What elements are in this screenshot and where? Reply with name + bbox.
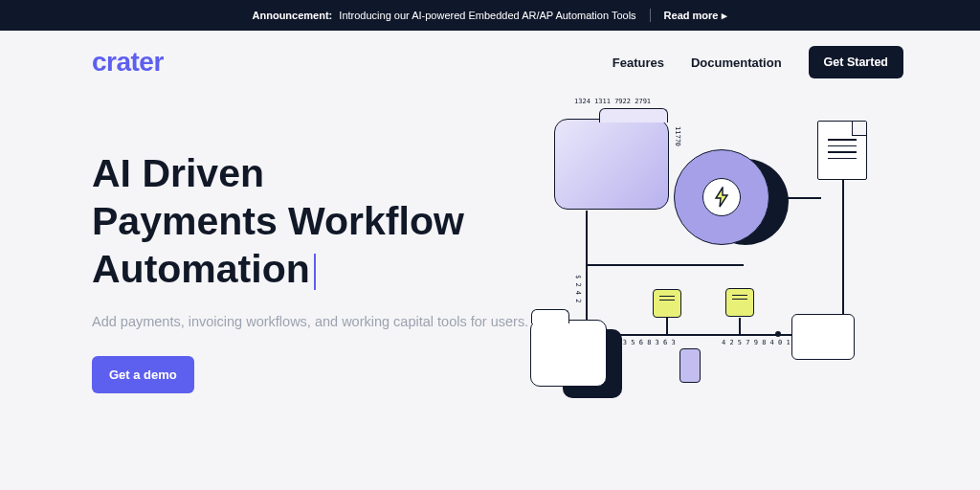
- connector-dot: [775, 331, 781, 337]
- chevron-right-icon: ▸: [722, 10, 727, 22]
- hero-left: AI Driven Payments Workflow Automation A…: [92, 149, 540, 446]
- mobile-icon: [679, 348, 701, 383]
- announcement-bar: Announcement: Introducing our AI-powered…: [0, 0, 980, 31]
- card-icon: [791, 314, 855, 360]
- lightning-icon: [702, 178, 741, 216]
- hero-subtitle: Add payments, invoicing workflows, and w…: [92, 314, 540, 329]
- folder-icon: [554, 119, 669, 210]
- announcement-label: Announcement:: [253, 10, 333, 21]
- navbar: crater Features Documentation Get Starte…: [0, 31, 980, 78]
- connector-line: [586, 264, 744, 266]
- get-started-button[interactable]: Get Started: [809, 46, 903, 78]
- note-icon: [725, 288, 754, 317]
- read-more-link[interactable]: Read more ▸: [664, 10, 728, 22]
- processor-circle-icon: [674, 149, 769, 245]
- decor-numbers: 1324 1311 7922 2791: [574, 98, 651, 105]
- announcement-text: Announcement: Introducing our AI-powered…: [253, 10, 636, 21]
- document-icon: [817, 121, 867, 180]
- logo[interactable]: crater: [92, 47, 164, 78]
- hero-section: AI Driven Payments Workflow Automation A…: [0, 78, 980, 446]
- connector-line: [666, 318, 668, 334]
- hero-illustration: 1324 1311 7922 2791 11770 $ 2 4 2 1 4 3 …: [540, 101, 923, 446]
- hero-title: AI Driven Payments Workflow Automation: [92, 149, 540, 293]
- connector-line: [739, 318, 741, 334]
- folder-icon: [530, 320, 607, 387]
- get-demo-button[interactable]: Get a demo: [92, 356, 194, 393]
- divider: [650, 9, 651, 22]
- connector-line: [586, 211, 588, 335]
- connector-line: [842, 180, 844, 335]
- cursor-icon: [314, 254, 316, 290]
- nav-features[interactable]: Features: [612, 56, 664, 70]
- note-icon: [653, 289, 681, 318]
- nav-right: Features Documentation Get Started: [612, 46, 903, 78]
- decor-numbers: $ 2 4 2: [574, 275, 582, 303]
- nav-documentation[interactable]: Documentation: [691, 56, 782, 70]
- decor-numbers: 11770: [674, 126, 681, 146]
